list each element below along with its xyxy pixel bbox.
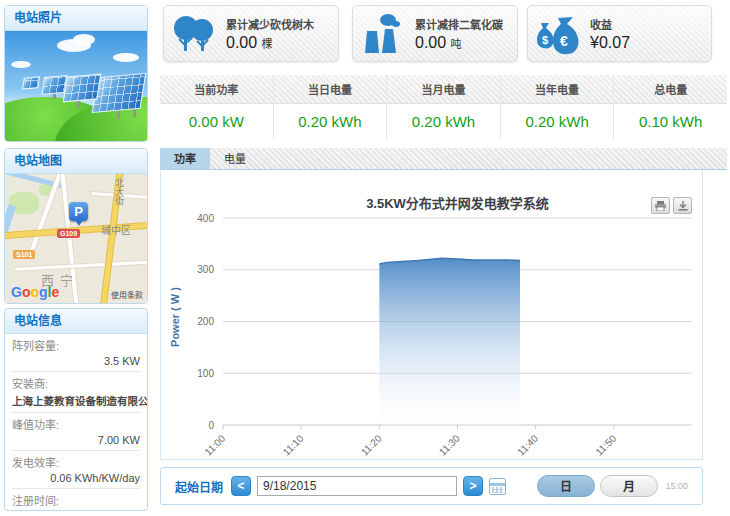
map-road (15, 260, 147, 270)
stat-value-total-energy: 0.10 kWh (614, 104, 727, 139)
power-area-chart: 010020030040011:0011:1011:2011:3011:4011… (161, 211, 702, 457)
money-bags-icon: $ € (528, 12, 590, 56)
chart-area-fill (379, 258, 520, 425)
map-pin-marker[interactable]: P (69, 202, 88, 221)
map-panel: 电站地图 G109 S101 P 城中区 北大街 西宁 Google 使用条款 (4, 148, 148, 304)
svg-text:$: $ (542, 34, 548, 46)
y-tick-label: 400 (197, 213, 214, 224)
prev-day-button[interactable]: < (231, 476, 251, 496)
cloud-shape (11, 61, 31, 68)
solar-panel (22, 76, 40, 89)
cooling-towers-icon (353, 13, 415, 55)
info-value: 0.06 KWh/KW/day (12, 470, 140, 484)
info-value: 上海上菱教育设备制造有限公司 (12, 391, 140, 408)
info-rows: 阵列容量: 3.5 KW 安装商: 上海上菱教育设备制造有限公司 峰值功率: 7… (5, 334, 147, 511)
info-row-registered: 注册时间: 元月 18,2015 (12, 489, 140, 511)
station-photo (5, 31, 147, 141)
y-tick-label: 200 (197, 316, 214, 327)
month-view-button[interactable]: 月 (600, 475, 658, 497)
photo-panel: 电站照片 (4, 5, 148, 142)
chart-title: 3.5KW分布式并网发电教学系统 (223, 193, 692, 212)
info-label: 注册时间: (12, 492, 140, 508)
day-view-button[interactable]: 日 (537, 475, 595, 497)
x-tick-label: 11:50 (593, 432, 618, 457)
station-map[interactable]: G109 S101 P 城中区 北大街 西宁 Google 使用条款 (5, 174, 147, 303)
card-value: 0.00 (226, 34, 257, 51)
stat-header-monthly-energy: 当月电量 (387, 75, 501, 103)
card-co2: 累计减排二氧化碳 0.00 吨 (352, 5, 518, 62)
stats-values-row: 0.00 kW 0.20 kWh 0.20 kWh 0.20 kWh 0.10 … (160, 104, 727, 139)
card-income: $ € 收益 ¥0.07 (527, 5, 712, 62)
start-date-label: 起始日期 (175, 478, 223, 495)
stat-header-daily-energy: 当日电量 (274, 75, 388, 103)
map-street-label: 北大街 (113, 178, 126, 205)
stat-header-total-energy: 总电量 (614, 75, 727, 103)
card-unit: 吨 (451, 38, 462, 50)
stat-value-daily-energy: 0.20 kWh (274, 104, 388, 139)
calendar-icon[interactable] (489, 478, 506, 495)
cloud-shape (113, 53, 139, 62)
date-controls-bar: 起始日期 < > 日 月 15:00 (160, 467, 703, 505)
svg-text:€: € (560, 33, 568, 49)
photo-panel-title: 电站照片 (5, 6, 147, 31)
tab-power[interactable]: 功率 (160, 148, 210, 169)
card-value: ¥0.07 (590, 34, 630, 51)
time-hint-text: 15:00 (665, 481, 688, 491)
info-label: 发电效率: (12, 454, 140, 470)
stats-strip: 当前功率 当日电量 当月电量 当年电量 总电量 0.00 kW 0.20 kWh… (160, 75, 727, 139)
map-terms-link[interactable]: 使用条款 (111, 289, 143, 300)
card-unit: 棵 (262, 38, 273, 50)
info-value: 元月 18,2015 (12, 508, 140, 511)
google-logo[interactable]: Google (11, 284, 59, 300)
map-district-label: 城中区 (101, 222, 131, 237)
info-value: 3.5 KW (12, 353, 140, 367)
date-input[interactable] (257, 476, 457, 496)
solar-panel (41, 75, 67, 95)
trees-icon (164, 13, 226, 55)
info-label: 安装商: (12, 375, 140, 391)
x-tick-label: 11:00 (202, 432, 227, 457)
info-row-installer: 安装商: 上海上菱教育设备制造有限公司 (12, 372, 140, 413)
chart-tabbar: 功率 电量 (160, 148, 727, 170)
stat-value-yearly-energy: 0.20 kWh (501, 104, 615, 139)
cloud-shape (73, 34, 95, 45)
dashboard-page: 电站照片 电站地图 (0, 0, 730, 516)
card-label: 累计减排二氧化碳 (415, 16, 517, 32)
card-text: 累计减少砍伐树木 0.00 棵 (226, 16, 338, 52)
y-tick-label: 300 (197, 264, 214, 275)
solar-panel (63, 74, 102, 103)
y-tick-label: 0 (208, 420, 214, 431)
stat-header-current-power: 当前功率 (160, 75, 274, 103)
x-tick-label: 11:40 (515, 432, 540, 457)
x-tick-label: 11:10 (281, 432, 306, 457)
tab-energy[interactable]: 电量 (210, 148, 260, 169)
info-panel: 电站信息 阵列容量: 3.5 KW 安装商: 上海上菱教育设备制造有限公司 峰值… (4, 308, 148, 511)
info-label: 峰值功率: (12, 416, 140, 432)
stats-header-row: 当前功率 当日电量 当月电量 当年电量 总电量 (160, 75, 727, 104)
card-text: 累计减排二氧化碳 0.00 吨 (415, 16, 517, 52)
card-trees: 累计减少砍伐树木 0.00 棵 (163, 5, 339, 62)
info-value: 7.00 KW (12, 432, 140, 446)
info-row-capacity: 阵列容量: 3.5 KW (12, 334, 140, 372)
card-label: 累计减少砍伐树木 (226, 16, 338, 32)
card-label: 收益 (590, 16, 711, 32)
stat-header-yearly-energy: 当年电量 (501, 75, 615, 103)
road-badge-g109: G109 (57, 229, 80, 238)
period-toggle-group: 日 月 (537, 475, 658, 497)
map-panel-title: 电站地图 (5, 149, 147, 174)
road-badge-s101: S101 (13, 250, 35, 259)
info-label: 阵列容量: (12, 337, 140, 353)
stat-value-current-power: 0.00 kW (160, 104, 274, 139)
chart-panel: 3.5KW分布式并网发电教学系统 Power ( W ) 01002003004… (160, 171, 703, 460)
info-panel-title: 电站信息 (5, 309, 147, 334)
x-tick-label: 11:30 (437, 432, 462, 457)
next-day-button[interactable]: > (463, 476, 483, 496)
card-text: 收益 ¥0.07 (590, 16, 711, 52)
card-value: 0.00 (415, 34, 446, 51)
x-tick-label: 11:20 (359, 432, 384, 457)
y-tick-label: 100 (197, 368, 214, 379)
info-row-efficiency: 发电效率: 0.06 KWh/KW/day (12, 451, 140, 489)
info-row-peak-power: 峰值功率: 7.00 KW (12, 413, 140, 451)
stat-value-monthly-energy: 0.20 kWh (387, 104, 501, 139)
